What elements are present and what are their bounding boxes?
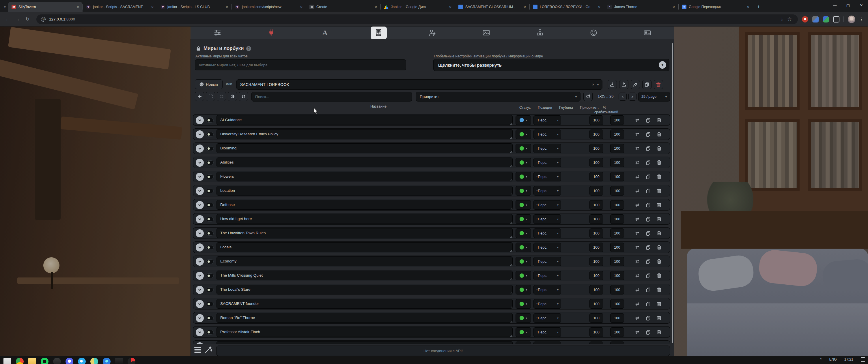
tab-close-icon[interactable]: × (523, 5, 527, 9)
entry-duplicate-button[interactable] (644, 214, 652, 223)
entry-enabled-toggle[interactable] (206, 288, 214, 292)
forward-button[interactable]: → (13, 14, 23, 24)
entry-enabled-toggle[interactable] (206, 203, 214, 207)
extension-green-icon[interactable] (823, 16, 829, 23)
entry-expand-button[interactable] (196, 201, 204, 209)
add-entry-button[interactable] (195, 92, 204, 101)
entry-probability-input[interactable] (610, 158, 624, 167)
resize-handle-icon[interactable] (510, 263, 513, 266)
reload-button[interactable]: ↻ (23, 14, 32, 24)
active-worlds-select[interactable]: Активных миров нет, ЛКМ для выбора. (195, 59, 406, 70)
entry-probability-input[interactable] (610, 271, 624, 280)
entry-move-button[interactable] (633, 299, 642, 308)
browser-tab[interactable]: STSillyTavern× (8, 2, 83, 12)
entry-priority-input[interactable] (589, 172, 603, 181)
resize-handle-icon[interactable] (510, 320, 513, 323)
extensions-cubes-icon[interactable] (532, 27, 548, 39)
entry-expand-button[interactable] (196, 159, 204, 167)
expand-all-button[interactable] (206, 92, 215, 101)
notifications-icon[interactable] (861, 357, 865, 362)
tab-search-icon[interactable]: ▾ (2, 2, 8, 12)
entry-name-input[interactable] (217, 200, 513, 210)
entry-position-select[interactable]: ↑Перс.▾ (533, 271, 561, 280)
delete-lorebook-button[interactable] (654, 80, 663, 89)
entry-expand-button[interactable] (196, 286, 204, 294)
entry-position-select[interactable]: ↑Перс.▾ (533, 200, 561, 210)
api-connections-plug-icon[interactable] (263, 27, 279, 39)
entry-probability-input[interactable] (610, 313, 624, 323)
entry-delete-button[interactable] (655, 214, 663, 223)
entry-probability-input[interactable] (610, 115, 624, 125)
taskbar-app-yellow-icon[interactable] (53, 358, 61, 364)
entry-move-button[interactable] (633, 271, 642, 280)
entry-expand-button[interactable] (196, 258, 204, 266)
entry-duplicate-button[interactable] (644, 158, 652, 167)
entry-name-input[interactable] (217, 228, 513, 238)
backgrounds-image-icon[interactable] (478, 27, 494, 39)
entry-duplicate-button[interactable] (644, 130, 652, 138)
browser-tab[interactable]: ♥janitorai.com/scripts/new× (231, 2, 306, 12)
browser-menu-icon[interactable]: ⋮ (859, 17, 863, 22)
entry-status-select[interactable]: ▾ (516, 242, 531, 252)
maximize-button[interactable]: ▢ (841, 0, 855, 10)
entry-name-input[interactable] (217, 299, 513, 309)
tab-close-icon[interactable]: × (448, 5, 453, 9)
tray-chevron-icon[interactable]: ^ (820, 357, 822, 361)
extensions-wand-icon[interactable] (205, 346, 213, 354)
entry-name-input[interactable] (217, 285, 513, 295)
entry-move-button[interactable] (633, 200, 642, 209)
entry-enabled-toggle[interactable] (206, 217, 214, 222)
per-page-select[interactable]: 25 / page ▾ (638, 92, 670, 102)
prev-page-button[interactable]: < (619, 93, 627, 101)
resize-handle-icon[interactable] (510, 164, 513, 167)
browser-tab[interactable]: SACRAMENT GLOSSARIUM - × (455, 2, 529, 12)
entry-delete-button[interactable] (655, 229, 663, 237)
taskbar-maps-icon[interactable] (90, 358, 98, 364)
resize-handle-icon[interactable] (510, 150, 513, 153)
browser-tab[interactable]: ❝James Thorne× (604, 2, 678, 12)
entry-priority-input[interactable] (589, 158, 603, 167)
entry-delete-button[interactable] (655, 144, 663, 153)
entry-priority-input[interactable] (589, 271, 603, 280)
entry-move-button[interactable] (633, 285, 642, 294)
resize-handle-icon[interactable] (510, 277, 513, 280)
entry-enabled-toggle[interactable] (206, 302, 214, 306)
entry-duplicate-button[interactable] (644, 313, 652, 322)
entry-status-select[interactable]: ▾ (516, 200, 531, 210)
entry-name-input[interactable] (217, 313, 513, 323)
entry-probability-input[interactable] (610, 299, 624, 309)
entry-status-select[interactable]: ▾ (516, 327, 531, 337)
new-lorebook-button[interactable]: Новый (195, 79, 222, 89)
resize-handle-icon[interactable] (510, 235, 513, 238)
resize-handle-icon[interactable] (510, 306, 513, 308)
extension-red-icon[interactable] (802, 16, 808, 23)
panel-scrollbar[interactable] (672, 43, 673, 343)
collapse-all-button[interactable] (217, 92, 226, 101)
entry-move-button[interactable] (633, 130, 642, 138)
entry-duplicate-button[interactable] (644, 257, 652, 266)
resize-handle-icon[interactable] (510, 249, 513, 252)
entry-priority-input[interactable] (589, 186, 603, 196)
entry-delete-button[interactable] (655, 115, 663, 124)
entry-delete-button[interactable] (655, 172, 663, 181)
entry-position-select[interactable]: ↑Перс.▾ (533, 186, 561, 196)
bookmark-star-icon[interactable]: ☆ (786, 14, 793, 24)
entry-priority-input[interactable] (589, 299, 603, 309)
entry-expand-button[interactable] (196, 116, 204, 124)
entry-delete-button[interactable] (655, 186, 663, 195)
export-lorebook-button[interactable] (619, 80, 628, 89)
entry-name-input[interactable] (217, 214, 513, 224)
close-window-button[interactable]: ✕ (855, 0, 868, 10)
entry-position-select[interactable]: ↑Перс.▾ (533, 115, 561, 125)
entry-expand-button[interactable] (196, 130, 204, 138)
entry-name-input[interactable] (217, 143, 513, 153)
entry-delete-button[interactable] (655, 313, 663, 322)
entry-status-select[interactable]: ▾ (516, 115, 531, 125)
resize-handle-icon[interactable] (510, 334, 513, 337)
taskbar-spotify-icon[interactable] (41, 358, 49, 364)
profile-avatar[interactable] (848, 15, 855, 23)
entry-status-select[interactable]: ▾ (516, 186, 531, 196)
entry-delete-button[interactable] (655, 158, 663, 167)
tab-close-icon[interactable]: × (299, 5, 304, 9)
entry-expand-button[interactable] (196, 215, 204, 223)
